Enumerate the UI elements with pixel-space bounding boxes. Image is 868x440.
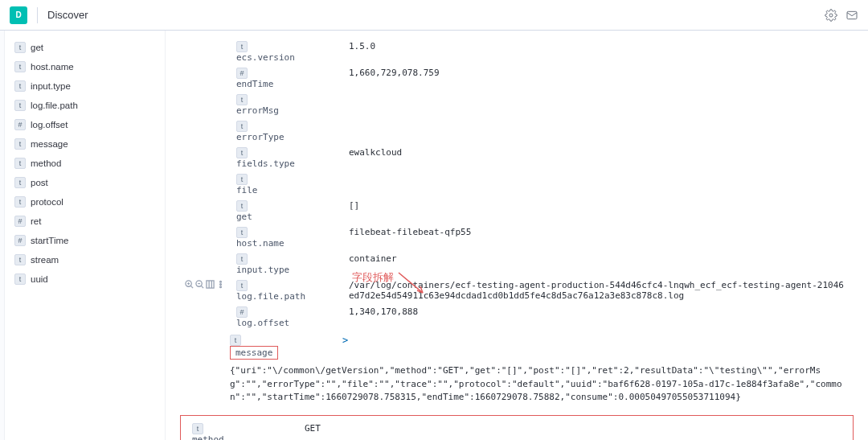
annotation-label: 字段拆解 [352, 270, 394, 285]
field-label: log.offset [31, 120, 68, 130]
field-type-text-icon: t [14, 254, 26, 265]
field-value [344, 171, 854, 198]
sidebar-field-log-offset[interactable]: #log.offset [13, 116, 157, 134]
field-type-number-icon: # [14, 119, 26, 130]
sidebar-field-uuid[interactable]: tuuid [13, 270, 157, 288]
field-value: [] [344, 198, 854, 224]
field-value: GET [300, 421, 846, 441]
field-type-number-icon: # [236, 68, 248, 79]
toggle-column-icon[interactable] [206, 280, 215, 289]
field-type-text-icon: t [236, 253, 248, 265]
svg-point-14 [220, 286, 222, 288]
field-label: uuid [31, 274, 48, 284]
top-bar-left: D Discover [10, 6, 88, 24]
collapsed-nav[interactable] [0, 31, 5, 440]
mail-icon[interactable] [845, 9, 858, 22]
sidebar-field-ret[interactable]: #ret [13, 212, 157, 230]
field-type-text-icon: t [236, 94, 248, 105]
doc-row-errorMsg: t errorMsg [180, 92, 854, 118]
message-row: t message > {"uri":"\/common\/getVersion… [180, 332, 854, 407]
field-type-text-icon: t [236, 41, 248, 52]
field-type-text-icon: t [14, 158, 26, 169]
field-key: errorMsg [236, 105, 279, 116]
arrow-icon [391, 269, 439, 301]
field-label: startTime [31, 236, 69, 245]
doc-row-endTime: # endTime1,660,729,078.759 [180, 65, 854, 92]
field-label: get [31, 43, 43, 52]
field-key: ecs.version [236, 52, 295, 63]
field-type-text-icon: t [14, 196, 26, 208]
field-type-text-icon: t [14, 61, 26, 72]
field-type-text-icon: t [236, 147, 248, 158]
field-key: errorType [236, 132, 285, 142]
field-type-number-icon: # [236, 306, 248, 318]
field-type-number-icon: # [14, 216, 26, 227]
field-sidebar: tgetthost.nametinput.typetlog.file.path#… [5, 31, 166, 440]
extracted-fields-box: t methodGETt post[]t protocoldefaultt re… [180, 415, 854, 441]
sidebar-field-stream[interactable]: tstream [13, 251, 157, 269]
field-label: protocol [31, 197, 63, 207]
sidebar-field-post[interactable]: tpost [13, 174, 157, 191]
svg-point-12 [220, 284, 222, 286]
field-key: get [236, 212, 252, 222]
field-type-text-icon: t [14, 100, 26, 111]
sidebar-field-startTime[interactable]: #startTime [13, 232, 157, 249]
field-label: post [31, 178, 48, 187]
field-label: input.type [31, 81, 71, 91]
field-value [344, 92, 854, 118]
field-type-number-icon: # [14, 235, 26, 246]
field-value: 1,660,729,078.759 [344, 65, 854, 92]
field-key: file [236, 185, 258, 195]
field-key: method [192, 434, 224, 441]
sidebar-field-message[interactable]: tmessage [13, 135, 157, 153]
message-field-label[interactable]: message [230, 346, 278, 360]
expand-toggle[interactable]: > [342, 335, 348, 346]
message-json: {"uri":"\/common\/getVersion","method":"… [230, 364, 849, 405]
doc-row-ecs-version: t ecs.version1.5.0 [180, 39, 854, 65]
sidebar-field-protocol[interactable]: tprotocol [13, 193, 157, 211]
field-label: ret [31, 216, 41, 226]
sidebar-field-log-file-path[interactable]: tlog.file.path [13, 97, 157, 114]
field-type-text-icon: t [14, 138, 26, 150]
filter-for-icon[interactable] [185, 280, 194, 289]
field-type-text-icon: t [14, 177, 26, 188]
field-type-text-icon: t [236, 121, 248, 132]
app-logo[interactable]: D [10, 6, 27, 24]
field-value: filebeat-filebeat-qfp55 [344, 224, 854, 251]
field-key: fields.type [236, 158, 295, 169]
field-type-text-icon: t [192, 423, 203, 434]
svg-point-0 [829, 14, 833, 17]
top-bar: D Discover [0, 0, 868, 31]
field-type-text-icon: t [14, 42, 26, 53]
divider [37, 7, 38, 23]
field-key: endTime [236, 79, 273, 89]
field-type-text-icon: t [230, 335, 241, 346]
svg-point-13 [220, 281, 222, 282]
field-key: host.name [236, 238, 285, 249]
sidebar-field-get[interactable]: tget [13, 39, 157, 56]
doc-row-fields-type: t fields.typeewalkcloud [180, 145, 854, 171]
field-label: method [31, 158, 61, 168]
field-type-text-icon: t [236, 200, 248, 212]
gear-icon[interactable] [825, 9, 837, 22]
svg-line-7 [201, 286, 203, 288]
field-key: input.type [236, 265, 289, 275]
sidebar-field-input-type[interactable]: tinput.type [13, 77, 157, 95]
doc-row-get: t get[] [180, 198, 854, 224]
sidebar-field-host-name[interactable]: thost.name [13, 58, 157, 76]
field-value [344, 118, 854, 145]
svg-rect-9 [207, 281, 214, 288]
filter-out-icon[interactable] [195, 280, 204, 289]
svg-line-3 [190, 286, 193, 288]
top-bar-right [825, 9, 858, 22]
field-type-text-icon: t [236, 174, 248, 185]
field-type-text-icon: t [14, 273, 26, 285]
field-value: 1.5.0 [344, 39, 854, 65]
sidebar-field-method[interactable]: tmethod [13, 154, 157, 172]
exists-filter-icon[interactable] [216, 280, 225, 289]
doc-row-host-name: t host.namefilebeat-filebeat-qfp55 [180, 224, 854, 251]
field-type-text-icon: t [14, 80, 26, 92]
field-label: log.file.path [31, 101, 78, 110]
field-value: ewalkcloud [344, 145, 854, 171]
doc-row-errorType: t errorType [180, 118, 854, 145]
